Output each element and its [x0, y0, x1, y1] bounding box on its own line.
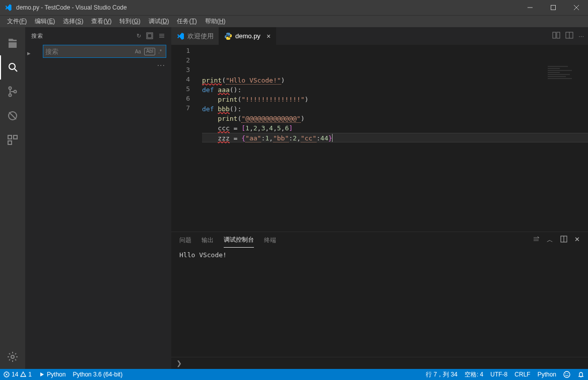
- status-eol[interactable]: CRLF: [511, 369, 534, 380]
- toggle-replace-icon[interactable]: ▸: [25, 49, 33, 57]
- search-input[interactable]: [43, 48, 132, 55]
- status-notifications-icon[interactable]: [574, 369, 588, 380]
- settings-icon[interactable]: [0, 345, 25, 369]
- debug-icon[interactable]: [0, 104, 25, 128]
- status-mode[interactable]: Python: [534, 369, 560, 380]
- vscode-icon: [176, 32, 184, 40]
- svg-rect-0: [551, 6, 556, 10]
- menu-item[interactable]: 选择(S): [59, 16, 87, 27]
- clear-console-icon[interactable]: [533, 236, 540, 245]
- sidebar-title: 搜索: [31, 32, 132, 40]
- svg-point-4: [14, 91, 17, 93]
- menu-item[interactable]: 调试(D): [145, 16, 173, 27]
- error-icon: [4, 371, 10, 377]
- compare-icon[interactable]: [552, 31, 560, 41]
- regex-toggle[interactable]: .*: [156, 48, 164, 55]
- tab-demo[interactable]: demo.py ×: [219, 27, 276, 45]
- menu-item[interactable]: 编辑(E): [31, 16, 59, 27]
- panel-tab-terminal[interactable]: 终端: [264, 233, 276, 248]
- editor-body[interactable]: 1234567 print("Hllo VScode!")def aaa(): …: [171, 45, 588, 232]
- clear-icon[interactable]: [158, 32, 165, 40]
- explorer-icon[interactable]: [0, 31, 25, 55]
- status-errors[interactable]: 14 1: [0, 369, 35, 380]
- menu-item[interactable]: 帮助(H): [201, 16, 230, 27]
- line-gutter: 1234567: [171, 45, 199, 232]
- svg-point-2: [9, 87, 12, 90]
- close-tab-icon[interactable]: ×: [267, 32, 271, 40]
- maximize-button[interactable]: [542, 0, 565, 15]
- status-encoding[interactable]: UTF-8: [487, 369, 511, 380]
- menu-item[interactable]: 查看(V): [87, 16, 115, 27]
- svg-point-17: [564, 371, 570, 377]
- menu-bar: 文件(F)编辑(E)选择(S)查看(V)转到(G)调试(D)任务(T)帮助(H): [0, 15, 588, 27]
- svg-rect-11: [148, 34, 152, 38]
- python-file-icon: [224, 32, 232, 40]
- status-python-version[interactable]: Python 3.6 (64-bit): [69, 369, 126, 380]
- refresh-icon[interactable]: ↻: [137, 33, 141, 39]
- vscode-icon: [4, 4, 12, 12]
- more-actions-icon[interactable]: ···: [578, 32, 584, 40]
- search-more-icon[interactable]: ···: [25, 61, 171, 70]
- svg-point-1: [9, 63, 15, 69]
- debug-console-output: Hllo VScode!: [171, 248, 588, 357]
- minimize-button[interactable]: [518, 0, 542, 15]
- status-indent[interactable]: 空格: 4: [461, 369, 487, 380]
- whole-word-toggle[interactable]: Abl: [144, 48, 155, 55]
- svg-point-18: [565, 373, 566, 374]
- svg-rect-8: [8, 141, 12, 144]
- prompt-icon: ❯: [176, 359, 182, 367]
- svg-point-19: [567, 373, 568, 374]
- activity-bar: [0, 27, 25, 369]
- menu-item[interactable]: 转到(G): [115, 16, 144, 27]
- tab-welcome[interactable]: 欢迎使用: [171, 27, 219, 45]
- panel-tab-output[interactable]: 输出: [202, 233, 214, 248]
- svg-rect-6: [8, 135, 12, 139]
- svg-point-9: [11, 355, 14, 358]
- svg-rect-7: [14, 135, 17, 139]
- status-bar: 14 1 Python Python 3.6 (64-bit) 行 7，列 34…: [0, 369, 588, 380]
- tab-label: demo.py: [235, 32, 260, 40]
- split-editor-icon[interactable]: [565, 31, 573, 41]
- editor-tabs: 欢迎使用 demo.py × ···: [171, 27, 588, 45]
- extensions-icon[interactable]: [0, 128, 25, 152]
- panel-close-icon[interactable]: ✕: [574, 236, 580, 245]
- panel-tab-problems[interactable]: 问题: [179, 233, 191, 248]
- panel-tab-debug-console[interactable]: 调试控制台: [224, 233, 254, 248]
- status-feedback-icon[interactable]: [560, 369, 574, 380]
- title-bar: demo.py - TestCode - Visual Studio Code: [0, 0, 588, 15]
- minimap[interactable]: [548, 47, 588, 77]
- panel-maximize-icon[interactable]: [560, 236, 567, 245]
- svg-rect-13: [557, 32, 560, 38]
- warning-icon: [20, 371, 26, 377]
- bottom-panel: 问题 输出 调试控制台 终端 ︿ ✕ Hllo VScode! ❯: [171, 232, 588, 369]
- panel-up-icon[interactable]: ︿: [547, 236, 553, 245]
- svg-rect-12: [553, 32, 556, 38]
- svg-point-3: [9, 94, 12, 97]
- status-cursor[interactable]: 行 7，列 34: [422, 369, 461, 380]
- close-button[interactable]: [565, 0, 588, 15]
- collapse-icon[interactable]: [146, 32, 153, 40]
- search-input-container: Aa Abl .*: [43, 45, 166, 58]
- menu-item[interactable]: 任务(T): [173, 16, 201, 27]
- window-title: demo.py - TestCode - Visual Studio Code: [16, 4, 518, 11]
- tab-label: 欢迎使用: [187, 32, 214, 41]
- search-sidebar: 搜索 ↻ ▸ Aa Abl .* ···: [25, 27, 171, 369]
- match-case-toggle[interactable]: Aa: [133, 48, 143, 55]
- play-icon: [39, 371, 45, 377]
- code-content[interactable]: print("Hllo VScode!")def aaa(): print("!…: [199, 45, 588, 232]
- search-activity-icon[interactable]: [0, 55, 25, 80]
- status-debug-target[interactable]: Python: [35, 369, 69, 380]
- debug-console-input[interactable]: ❯: [171, 357, 588, 369]
- source-control-icon[interactable]: [0, 80, 25, 104]
- menu-item[interactable]: 文件(F): [3, 16, 31, 27]
- editor-area: 欢迎使用 demo.py × ··· 1234567 print("Hllo V…: [171, 27, 588, 369]
